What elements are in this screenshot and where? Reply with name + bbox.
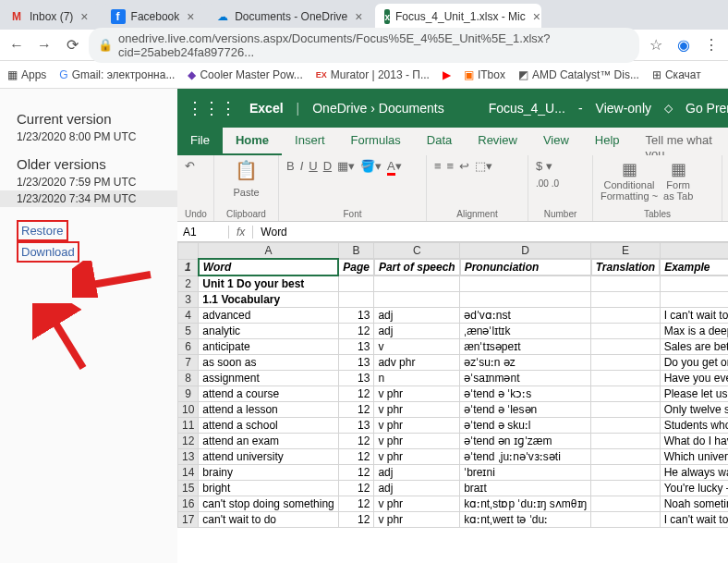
cell[interactable]: Please let us know if you are unable to … [660, 386, 728, 402]
row-header[interactable]: 3 [178, 292, 199, 308]
browser-tab[interactable]: f Facebook × [102, 4, 206, 30]
cell[interactable] [591, 386, 660, 402]
wrap-button[interactable]: ↩ [459, 159, 469, 173]
row-header[interactable]: 7 [178, 355, 199, 371]
merge-button[interactable]: ⬚▾ [475, 159, 492, 173]
tab-formulas[interactable]: Formulas [338, 128, 414, 155]
waffle-icon[interactable]: ⋮⋮⋮ [187, 98, 237, 118]
cell[interactable] [338, 292, 374, 308]
cell[interactable]: Students who have a gift for drama shoul… [660, 418, 728, 434]
menu-icon[interactable]: ⋮ [700, 36, 722, 54]
cell[interactable]: bright [199, 481, 338, 496]
format-table-button[interactable]: ▦ Form as Tab [663, 159, 693, 202]
row-header[interactable]: 5 [178, 324, 199, 339]
cell[interactable]: əˈtend ˌjuːnəˈvɜːsəti [460, 449, 591, 465]
column-header[interactable]: F [660, 243, 728, 260]
bold-button[interactable]: B [286, 159, 295, 173]
bookmark-item[interactable]: EXMurator | 2013 - П... [316, 68, 430, 81]
restore-link[interactable]: Restore [21, 224, 64, 238]
row-header[interactable]: 4 [178, 308, 199, 324]
cell[interactable]: He always was the brainy one. [660, 465, 728, 481]
number-format-button[interactable]: $ ▾ [536, 159, 552, 173]
align-top-button[interactable]: ≡ [434, 159, 442, 173]
tab-review[interactable]: Review [465, 128, 530, 155]
column-header[interactable]: C [374, 243, 460, 260]
row-header[interactable]: 16 [178, 496, 199, 512]
cell[interactable]: v phr [374, 386, 460, 402]
cell[interactable]: attend university [199, 449, 338, 465]
cell[interactable]: can't wait to do [199, 512, 338, 528]
cell[interactable]: ədˈvɑːnst [460, 308, 591, 324]
name-box[interactable]: A1 [177, 226, 229, 239]
row-header[interactable]: 17 [178, 512, 199, 528]
cell[interactable]: Only twelve students attended the lesson… [660, 402, 728, 418]
close-icon[interactable]: × [353, 9, 364, 24]
cell[interactable]: 12 [338, 512, 374, 528]
row-header[interactable]: 9 [178, 386, 199, 402]
cell[interactable] [591, 465, 660, 481]
older-version-item[interactable]: 1/23/2020 7:59 PM UTC [17, 176, 177, 189]
cell[interactable] [591, 355, 660, 371]
cell[interactable]: analytic [199, 324, 338, 339]
cell[interactable]: brainy [199, 465, 338, 481]
cell[interactable]: 12 [338, 481, 374, 496]
tell-me-input[interactable]: Tell me what you [633, 128, 728, 155]
tab-file[interactable]: File [177, 128, 223, 155]
cell[interactable]: 12 [338, 465, 374, 481]
decimal-button[interactable]: .00 .0 [536, 178, 559, 189]
cell[interactable]: anticipate [199, 339, 338, 355]
cell[interactable]: əˈtend ə skuːl [460, 418, 591, 434]
fill-color-button[interactable]: 🪣▾ [360, 159, 382, 173]
cell[interactable]: Part of speech [374, 259, 460, 275]
cell[interactable]: I can't wait to see old classmates again… [660, 512, 728, 528]
cell[interactable]: əˈtend ə ˈkɔːs [460, 386, 591, 402]
cell[interactable] [591, 292, 660, 308]
cell[interactable]: Sales are better than anticipated. [660, 339, 728, 355]
address-bar[interactable]: 🔒 onedrive.live.com/versions.aspx/Docume… [89, 28, 639, 63]
cell[interactable] [591, 324, 660, 339]
cell[interactable]: v phr [374, 418, 460, 434]
bookmark-item[interactable]: ◆Cooler Master Pow... [188, 68, 302, 81]
browser-tab-active[interactable]: x Focus_4_Unit_1.xlsx - Mic × [375, 4, 541, 30]
cell[interactable]: Which university would you most like to … [660, 449, 728, 465]
cell[interactable]: əˈtend ə ˈlesən [460, 402, 591, 418]
cell[interactable]: v phr [374, 449, 460, 465]
browser-tab[interactable]: M Inbox (7) × [0, 4, 100, 30]
cell[interactable]: 13 [338, 418, 374, 434]
tab-view[interactable]: View [530, 128, 582, 155]
cell[interactable]: kɑːntˌweɪt tə ˈduː [460, 512, 591, 528]
column-header[interactable]: A [199, 243, 338, 260]
back-button[interactable]: ← [6, 37, 28, 54]
profile-icon[interactable]: ◉ [673, 36, 695, 54]
cell[interactable]: 12 [338, 449, 374, 465]
paste-icon[interactable]: 📋 [235, 159, 258, 181]
cell[interactable] [591, 496, 660, 512]
bookmark-item[interactable]: ⊞Скачат [652, 68, 701, 81]
bookmark-item[interactable]: ▶ [443, 68, 451, 81]
cell[interactable]: v [374, 339, 460, 355]
row-header[interactable]: 6 [178, 339, 199, 355]
cell[interactable] [591, 512, 660, 528]
cell[interactable]: adj [374, 465, 460, 481]
cell[interactable] [591, 339, 660, 355]
cell[interactable] [591, 371, 660, 386]
cell[interactable]: Translation [591, 259, 660, 275]
cell[interactable]: adj [374, 324, 460, 339]
cell[interactable]: ˈbreɪni [460, 465, 591, 481]
cell[interactable] [591, 434, 660, 449]
cell[interactable]: You're lucky – you're naturally bright. [660, 481, 728, 496]
fx-icon[interactable]: fx [229, 226, 253, 239]
cell[interactable]: ˌænəˈlɪtɪk [460, 324, 591, 339]
cell[interactable]: əzˈsuːn əz [460, 355, 591, 371]
cell[interactable]: 13 [338, 308, 374, 324]
cell[interactable] [660, 292, 728, 308]
conditional-formatting-button[interactable]: ▦ Conditional Formatting ~ [601, 159, 658, 202]
row-header[interactable]: 10 [178, 402, 199, 418]
bookmark-item[interactable]: ▣ITbox [464, 68, 505, 81]
cell[interactable]: Page [338, 259, 374, 275]
undo-icon[interactable]: ↶ [185, 159, 195, 173]
cell[interactable] [591, 275, 660, 292]
cell[interactable]: v phr [374, 434, 460, 449]
row-header[interactable]: 8 [178, 371, 199, 386]
underline-button[interactable]: U [309, 159, 317, 173]
